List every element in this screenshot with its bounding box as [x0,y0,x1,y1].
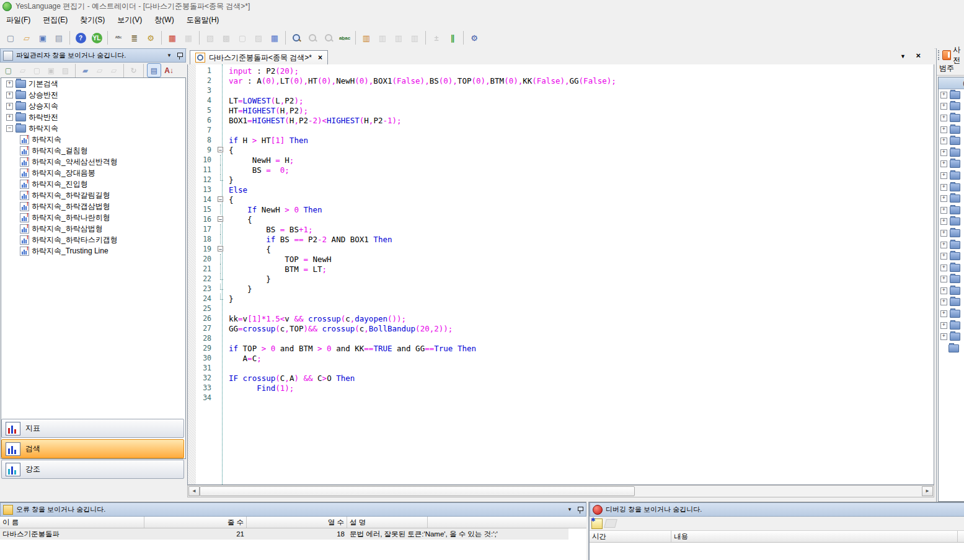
tree-leaf-하락지속_걸침형[interactable]: !하락지속_걸침형 [1,145,185,156]
tab-list-arrow-icon[interactable]: ▼ [900,53,906,59]
replace-icon[interactable]: ab̲ac [337,30,352,45]
menu-보기(V)[interactable]: 보기(V) [111,13,148,27]
tab-close-icon[interactable]: × [318,53,322,62]
error-caption-bar[interactable]: 오류 창을 보이거나 숨깁니다. ▼ [0,502,586,517]
expand-icon[interactable]: + [940,207,947,214]
fold-marker[interactable] [216,214,225,224]
new-search-icon[interactable]: ▢ [2,64,15,77]
print-icon[interactable]: ▤ [51,30,66,45]
expand-icon[interactable]: + [940,310,947,317]
code-editor[interactable]: 1input : P2(20);2var : A(0),LT(0),HT(0),… [187,64,934,485]
dictionary-category-row[interactable]: + [939,159,964,170]
expand-icon[interactable]: + [6,81,13,87]
expand-icon[interactable]: + [940,126,947,133]
expand-icon[interactable]: + [940,160,947,167]
fold-marker[interactable] [216,195,225,204]
menu-도움말(H)[interactable]: 도움말(H) [180,13,226,27]
expand-icon[interactable]: + [940,103,947,110]
fold-marker[interactable] [216,244,225,254]
scrollbar-thumb[interactable] [200,486,635,496]
zoom-region-icon[interactable] [289,30,304,45]
expand-icon[interactable]: + [940,138,947,144]
dictionary-category-row[interactable]: + [939,147,964,159]
error-table-header[interactable]: 이 름줄 수열 수설 명 [0,517,586,528]
compile-icon[interactable]: ⚙ [143,30,158,45]
tree-leaf-하락지속_하락갭삼법형[interactable]: !하락지속_하락갭삼법형 [1,201,185,212]
new-file-icon[interactable]: ▢ [3,30,18,45]
expand-icon[interactable]: + [940,115,947,121]
tree-leaf-하락지속_하락갈림길형[interactable]: !하락지속_하락갈림길형 [1,190,185,201]
tree-folder-기본검색[interactable]: +기본검색 [1,78,185,89]
open-file-icon[interactable]: ▱ [19,30,34,45]
expand-icon[interactable]: + [6,114,13,121]
expand-icon[interactable]: − [6,125,13,132]
menu-편집(E)[interactable]: 편집(E) [37,13,74,27]
debug-table-header[interactable]: 시간내용 [590,531,964,543]
error-col-줄 수[interactable]: 줄 수 [144,517,247,528]
expand-icon[interactable]: + [940,92,947,98]
fold-marker[interactable] [216,145,225,155]
dictionary-category-row[interactable]: + [939,89,964,101]
tree-leaf-하락지속_진입형[interactable]: !하락지속_진입형 [1,178,185,190]
dictionary-column-header[interactable]: ( [939,77,964,89]
tools-icon[interactable]: ⚙ [467,30,482,45]
comment-icon[interactable]: ∥ [445,30,460,45]
dictionary-caption-bar[interactable]: 사전 [937,48,964,61]
scroll-right-icon[interactable]: ► [922,486,933,496]
dictionary-category-row[interactable]: + [939,320,964,331]
error-col-설 명[interactable]: 설 명 [347,517,428,528]
expand-icon[interactable]: + [940,172,947,179]
menu-파일(F)[interactable]: 파일(F) [0,13,37,27]
view-detail-icon[interactable]: ▤ [147,63,161,77]
dictionary-category-row[interactable]: + [939,250,964,262]
error-menu-arrow-icon[interactable]: ▼ [565,507,574,512]
expand-icon[interactable]: + [940,184,947,191]
drag-grip-icon[interactable] [938,50,940,60]
expand-icon[interactable]: + [940,149,947,156]
pin-icon[interactable] [177,52,183,59]
tree-folder-상승반전[interactable]: +상승반전 [1,89,185,100]
dictionary-category-row[interactable]: + [939,274,964,286]
verify-grid-icon[interactable]: ▦ [165,30,180,45]
tree-folder-하락지속[interactable]: −하락지속 [1,123,185,134]
tree-leaf-하락지속[interactable]: !하락지속 [1,134,185,145]
dictionary-category-row[interactable]: + [939,182,964,193]
expand-icon[interactable]: + [940,253,947,260]
expand-icon[interactable]: + [940,333,947,340]
dictionary-category-row[interactable]: + [939,101,964,113]
dictionary-category-row[interactable]: + [939,297,964,308]
tree-folder-하락반전[interactable]: +하락반전 [1,112,185,123]
tree-leaf-하락지속_약세삼선반격형[interactable]: !하락지속_약세삼선반격형 [1,156,185,167]
new-folder-icon[interactable]: ▰ [79,64,92,77]
debug-col-내용[interactable]: 내용 [671,531,958,542]
expand-icon[interactable]: + [940,276,947,282]
expand-icon[interactable]: + [940,195,947,202]
menu-창(W)[interactable]: 창(W) [148,13,180,27]
expand-icon[interactable]: + [940,265,947,271]
sort-az-icon[interactable]: A↓ [162,64,175,77]
tree-leaf-하락지속_하락나란히형[interactable]: !하락지속_하락나란히형 [1,212,185,223]
scroll-left-icon[interactable]: ◄ [188,486,200,496]
tree-leaf-하락지속_하락삼법형[interactable]: !하락지속_하락삼법형 [1,223,185,234]
dictionary-category-row[interactable]: + [939,135,964,147]
dictionary-category-row[interactable]: + [939,216,964,228]
error-col-이 름[interactable]: 이 름 [0,517,144,528]
clear-log-icon[interactable] [604,519,617,528]
dictionary-category-row[interactable]: + [939,227,964,239]
grid-icon[interactable]: ▦ [267,30,282,45]
nav-button-강조[interactable]: 강조 [1,460,184,479]
dictionary-category-row[interactable]: + [939,285,964,297]
yl-logo-icon[interactable]: YL [89,30,104,45]
panel-menu-arrow-icon[interactable]: ▼ [165,53,174,58]
tree-leaf-하락지속_하락타스키갭형[interactable]: !하락지속_하락타스키갭형 [1,234,185,245]
expand-icon[interactable]: + [6,92,13,98]
editor-tab[interactable]: 다바스기준봉돌파<종목 검색>* × [190,50,328,64]
expand-icon[interactable]: + [940,322,947,329]
nav-button-지표[interactable]: 지표 [1,419,184,438]
dictionary-category-row[interactable]: + [939,262,964,274]
expand-icon[interactable]: + [940,242,947,248]
dictionary-category-row[interactable]: + [939,308,964,320]
expand-icon[interactable]: + [940,299,947,305]
horizontal-scrollbar[interactable]: ◄ ► [187,485,934,497]
dictionary-category-row[interactable]: + [939,170,964,182]
